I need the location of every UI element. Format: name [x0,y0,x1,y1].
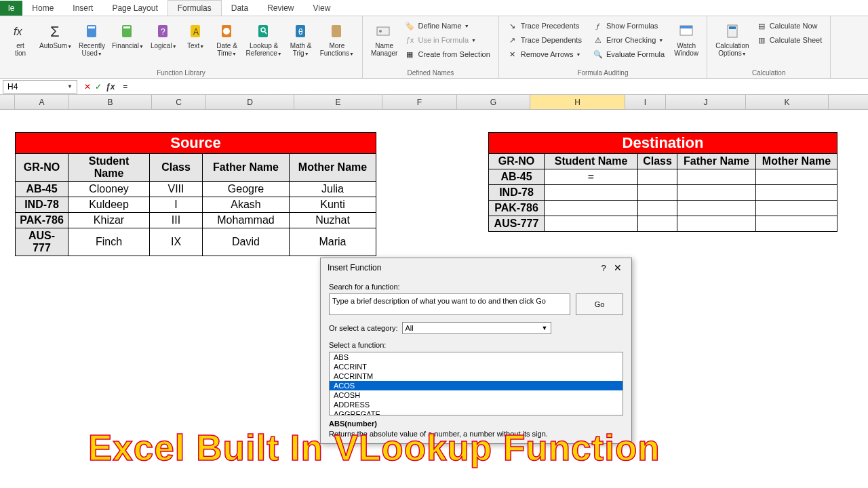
table-cell[interactable]: Finch [68,228,150,256]
col-header-F[interactable]: F [382,95,457,109]
watch-window-button[interactable]: Watch Window [671,19,701,58]
table-cell[interactable] [638,185,677,201]
col-header-A[interactable]: A [15,95,69,109]
tab-page-layout[interactable]: Page Layout [102,1,167,16]
more-functions-button[interactable]: More Functions▼ [317,19,357,58]
cancel-icon[interactable]: ✕ [84,82,91,92]
col-header-C[interactable]: C [152,95,206,109]
table-cell[interactable]: David [203,228,290,256]
table-cell[interactable]: Kunti [290,197,376,213]
table-cell[interactable]: PAK-786 [16,213,68,228]
text-button[interactable]: A Text▼ [181,19,211,51]
error-checking-button[interactable]: ⚠Error Checking ▼ [590,33,667,47]
table-cell[interactable]: = [545,169,638,185]
formula-input[interactable]: = [119,82,868,92]
tab-data[interactable]: Data [222,1,258,16]
col-header-H[interactable]: H [530,95,625,109]
remove-arrows-button[interactable]: ✕Remove Arrows ▼ [505,47,585,61]
name-box[interactable]: H4 ▼ [3,80,77,94]
table-cell[interactable]: Geogre [203,182,290,197]
table-cell[interactable]: Mohammad [203,213,290,228]
table-cell[interactable]: PAK-786 [489,201,545,216]
create-from-selection-button[interactable]: ▦Create from Selection [401,47,492,61]
function-list-item[interactable]: AGGREGATE [330,409,623,415]
table-cell[interactable]: Clooney [68,182,150,197]
table-cell[interactable] [638,216,677,232]
col-header-I[interactable]: I [625,95,666,109]
table-cell[interactable] [756,201,837,216]
table-cell[interactable]: AUS-777 [16,228,68,256]
trace-dependents-button[interactable]: ↗Trace Dependents [505,33,585,47]
function-list-item[interactable]: ADDRESS [330,400,623,409]
autosum-button[interactable]: Σ AutoSum▼ [37,19,75,51]
table-cell[interactable]: IX [150,228,203,256]
go-button[interactable]: Go [576,293,623,315]
table-cell[interactable] [756,169,837,185]
table-cell[interactable] [545,185,638,201]
function-list-item[interactable]: ACOSH [330,390,623,400]
function-search-input[interactable]: Type a brief description of what you wan… [329,293,570,315]
function-list-item[interactable]: ACOS [330,381,623,390]
table-cell[interactable]: AB-45 [489,169,545,185]
col-header-E[interactable]: E [294,95,382,109]
tab-review[interactable]: Review [258,1,303,16]
table-cell[interactable]: Akash [203,197,290,213]
table-cell[interactable]: VIII [150,182,203,197]
table-cell[interactable]: AB-45 [16,182,68,197]
use-in-formula-button[interactable]: ƒxUse in Formula ▼ [401,33,492,47]
close-icon[interactable]: ✕ [611,262,625,273]
calculation-options-button[interactable]: Calculation Options▼ [713,19,751,58]
table-cell[interactable] [677,216,756,232]
logical-button[interactable]: ? Logical▼ [148,19,180,51]
category-select[interactable]: All ▼ [402,322,551,334]
function-list[interactable]: ABSACCRINTACCRINTMACOSACOSHADDRESSAGGREG… [329,352,623,415]
table-cell[interactable]: I [150,197,203,213]
help-icon[interactable]: ? [598,263,608,273]
table-cell[interactable]: IND-78 [489,185,545,201]
financial-button[interactable]: Financial▼ [109,19,146,51]
function-list-item[interactable]: ACCRINT [330,362,623,371]
table-cell[interactable]: IND-78 [16,197,68,213]
table-cell[interactable] [756,216,837,232]
col-header-G[interactable]: G [457,95,530,109]
table-cell[interactable] [545,201,638,216]
name-manager-button[interactable]: Name Manager [368,19,400,58]
table-cell[interactable]: Maria [290,228,376,256]
table-cell[interactable] [677,169,756,185]
file-tab[interactable]: le [0,1,22,16]
table-cell[interactable]: Kuldeep [68,197,150,213]
function-list-item[interactable]: ABS [330,352,623,362]
table-cell[interactable]: Khizar [68,213,150,228]
calculate-now-button[interactable]: ▤Calculate Now [753,19,825,33]
insert-function-button[interactable]: fx ert tion [5,19,35,58]
tab-formulas[interactable]: Formulas [167,0,222,16]
col-header-D[interactable]: D [206,95,294,109]
evaluate-formula-button[interactable]: 🔍Evaluate Formula [590,47,667,61]
show-formulas-button[interactable]: 𝑓Show Formulas [590,19,667,33]
table-cell[interactable] [638,201,677,216]
table-cell[interactable]: AUS-777 [489,216,545,232]
table-cell[interactable] [638,169,677,185]
table-cell[interactable] [677,201,756,216]
enter-icon[interactable]: ✓ [95,82,102,92]
table-cell[interactable]: Julia [290,182,376,197]
chevron-down-icon[interactable]: ▼ [67,83,73,89]
math-button[interactable]: θ Math & Trig▼ [286,19,316,58]
recently-used-button[interactable]: Recently Used▼ [76,19,108,58]
lookup-button[interactable]: Lookup & Reference▼ [243,19,285,58]
col-header-K[interactable]: K [746,95,829,109]
table-cell[interactable] [677,185,756,201]
calculate-sheet-button[interactable]: ▥Calculate Sheet [753,33,825,47]
col-header-B[interactable]: B [69,95,152,109]
table-cell[interactable]: Nuzhat [290,213,376,228]
fx-button[interactable]: ƒx [106,82,115,92]
date-time-button[interactable]: Date & Time▼ [212,19,242,58]
table-cell[interactable] [756,185,837,201]
col-header-J[interactable]: J [666,95,746,109]
tab-home[interactable]: Home [22,1,63,16]
table-cell[interactable]: III [150,213,203,228]
select-all[interactable] [0,95,15,109]
tab-insert[interactable]: Insert [63,1,102,16]
function-list-item[interactable]: ACCRINTM [330,371,623,381]
table-cell[interactable] [545,216,638,232]
